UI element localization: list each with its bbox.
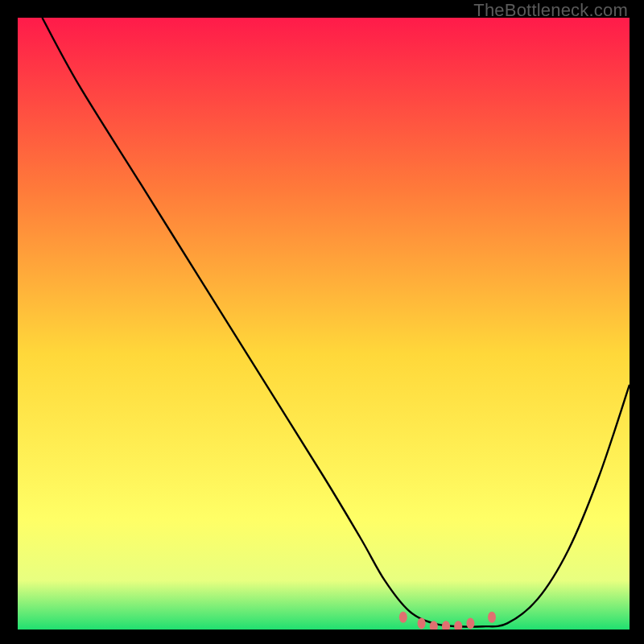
chart-frame: TheBottleneck.com [0, 0, 644, 644]
optimal-marker [466, 617, 474, 629]
watermark-text: TheBottleneck.com [473, 0, 628, 21]
chart-svg [18, 18, 630, 630]
optimal-marker [418, 617, 426, 629]
optimal-marker [488, 612, 496, 623]
chart-background [18, 18, 630, 630]
optimal-marker [399, 612, 407, 623]
